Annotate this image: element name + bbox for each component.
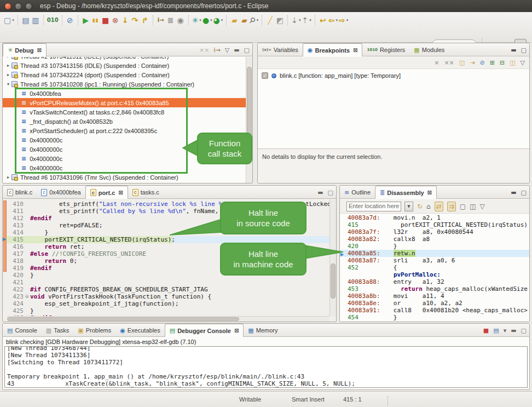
next-annotation-icon[interactable]: ⇣▾ <box>291 15 301 26</box>
close-icon[interactable]: ⊠ <box>37 47 41 53</box>
collapse-all-icon[interactable]: ⊟ <box>500 59 505 66</box>
window-close-button[interactable] <box>4 3 11 10</box>
maximize-icon[interactable]: ▢ <box>521 327 527 334</box>
console-tab-executables[interactable]: ◉Executables <box>115 324 165 337</box>
tab-disassembly[interactable]: ≣Disassembly⊠ <box>375 186 437 199</box>
location-dropdown-icon[interactable]: ▼ <box>404 202 413 211</box>
tab-modules[interactable]: ▦Modules <box>409 43 449 56</box>
thread-row[interactable]: ▸Thread #3 1073413156 (IDLE) (Suspended … <box>3 61 252 70</box>
editor-tab-blink-c[interactable]: cblink.c <box>3 186 37 199</box>
thread-row[interactable]: ▸Thread #2 1073411512 (IDLE) (Suspended … <box>3 57 252 61</box>
breakpoint-checkbox[interactable]: ✓ <box>262 72 268 79</box>
maximize-icon[interactable]: ▢ <box>521 189 527 196</box>
maximize-icon[interactable]: ▢ <box>244 47 250 54</box>
console-tab-problems[interactable]: ▣Problems <box>73 324 115 337</box>
view-menu-icon[interactable]: ▽ <box>225 47 229 54</box>
home-icon[interactable]: ⌂ <box>426 203 431 210</box>
debug-launch-icon[interactable]: ✳▾ <box>192 15 202 26</box>
debug-scrollbar[interactable] <box>246 57 252 183</box>
stack-frame-row[interactable]: ≡vTaskSwitchContext() at tasks.c:2,846 0… <box>3 107 252 117</box>
stack-frame-row[interactable]: ≡0x4000000c <box>3 163 252 173</box>
close-icon[interactable]: ⊠ <box>427 190 432 196</box>
view-menu-icon[interactable]: ▽ <box>480 203 485 210</box>
toggle-block-selection-icon[interactable]: ◩ <box>275 15 285 26</box>
sync-selection-icon[interactable]: ⇉ <box>447 202 456 211</box>
console-tab-memory[interactable]: ▦Memory <box>244 324 282 337</box>
show-debug-columns-icon[interactable]: ≣ <box>166 15 176 26</box>
run-launch-icon[interactable]: ●▾ <box>202 15 213 26</box>
instruction-stepping-icon[interactable]: i→ <box>213 47 220 54</box>
terminate-icon[interactable]: ■ <box>101 15 111 26</box>
link-with-debug-icon[interactable]: ◫ <box>510 59 515 66</box>
editor-hscrollbar[interactable] <box>7 316 329 322</box>
console-output[interactable]: [New Thread 1073468744][New Thread 10734… <box>4 346 528 388</box>
stack-frame-row[interactable]: ≡xPortStartScheduler() at port.c:222 0x4… <box>3 126 252 135</box>
previous-annotation-icon[interactable]: ⇡▾ <box>302 15 312 26</box>
console-tab-console[interactable]: ▤Console <box>3 324 42 337</box>
search-icon[interactable]: ⚲▾ <box>249 15 259 26</box>
terminate-icon[interactable]: ■ <box>483 327 489 334</box>
stack-frame-row[interactable]: ≡0x4000000c <box>3 145 252 154</box>
view-menu-icon[interactable]: ▽ <box>521 59 525 66</box>
suspend-icon[interactable]: ▮▮ <box>91 15 101 26</box>
minimize-icon[interactable]: ▬ <box>317 189 323 196</box>
minimize-icon[interactable]: ▬ <box>511 189 516 196</box>
step-return-icon[interactable]: ↱ <box>140 15 150 26</box>
console-tab-tasks[interactable]: ▥Tasks <box>42 324 74 337</box>
resume-icon[interactable]: ▶ <box>81 15 91 26</box>
last-edit-location-icon[interactable]: ↩ <box>318 15 328 26</box>
skip-all-breakpoints-icon[interactable]: ⊘ <box>65 15 75 26</box>
tab-debug[interactable]: ✳ Debug ⊠ <box>3 43 47 56</box>
open-console-icon[interactable]: ▤ <box>493 327 499 334</box>
skip-all-breakpoints-icon[interactable]: ⊘ <box>479 59 484 66</box>
disconnect-icon[interactable]: ⊗ <box>111 15 120 26</box>
editor-vscrollbar[interactable] <box>329 199 336 316</box>
breakpoint-row[interactable]: ✓ blink.c [function: app_main] [type: Te… <box>258 69 529 79</box>
open-console-menu[interactable]: ▾ <box>504 327 507 334</box>
stack-frame-row[interactable]: ≡vPortCPUReleaseMutex() at port.c:415 0x… <box>3 98 252 107</box>
minimize-icon[interactable]: ▬ <box>511 327 516 334</box>
view-memory-icon[interactable]: 010 <box>47 15 59 26</box>
pin-view-icon[interactable]: ◫ <box>470 203 476 210</box>
toggle-mark-occurrences-icon[interactable]: ╱ <box>265 15 275 26</box>
close-icon[interactable]: ⊠ <box>118 190 123 196</box>
step-into-icon[interactable]: ↓ <box>120 15 130 26</box>
stack-frame-row[interactable]: ≡_frxt_dispatch() at 0x4008532b <box>3 117 252 126</box>
trace-control-icon[interactable]: ◉ <box>176 15 186 26</box>
refresh-icon[interactable]: ↻ <box>417 203 423 210</box>
maximize-icon[interactable]: ▢ <box>521 47 527 54</box>
stack-frame-row[interactable]: ≡0x4000000c <box>3 154 252 163</box>
show-supported-breakpoints-icon[interactable]: ◫ <box>459 59 465 66</box>
show-source-icon[interactable]: ⇄ <box>435 202 443 211</box>
editor-body[interactable]: ▶ 410 ets_printf("Last non-recursive loc… <box>3 199 336 322</box>
window-minimize-button[interactable] <box>15 3 22 10</box>
remove-terminated-icon[interactable]: ×× <box>199 47 209 54</box>
stack-frame-row[interactable]: ≡0x4000000c <box>3 135 252 145</box>
stack-frame-row[interactable]: ≡0x4000bfea <box>3 89 252 98</box>
external-tools-icon[interactable]: ◕▾ <box>213 15 224 26</box>
editor-tab-port-c[interactable]: cport.c⊠ <box>85 186 128 199</box>
step-over-icon[interactable]: ↷ <box>130 15 140 26</box>
window-maximize-button[interactable] <box>25 3 32 10</box>
close-icon[interactable]: ⊠ <box>353 47 357 53</box>
remove-breakpoint-icon[interactable]: × <box>434 59 439 66</box>
thread-row[interactable]: ▸Thread #6 1073431096 (Tmr Svc) (Suspend… <box>3 173 252 182</box>
back-icon[interactable]: ⇦▾ <box>328 15 338 26</box>
thread-row[interactable]: ▾Thread #5 1073410208 (ipc1 : Running) (… <box>3 79 252 89</box>
console-tab-debugger-console[interactable]: ▤Debugger Console⊠ <box>165 324 244 337</box>
new-view-icon[interactable]: ▢ <box>460 203 466 210</box>
remove-all-breakpoints-icon[interactable]: ×× <box>444 59 454 66</box>
tab-outline[interactable]: ≡Outline <box>340 186 375 199</box>
editor-tab-tasks-c[interactable]: ctasks.c <box>128 186 164 199</box>
minimize-icon[interactable]: ▬ <box>511 47 516 54</box>
instruction-stepping-icon[interactable]: i→ <box>156 15 166 26</box>
save-all-icon[interactable]: ▥ <box>31 15 41 26</box>
tab-variables[interactable]: (x)=Variables <box>258 43 303 56</box>
minimize-icon[interactable]: ▬ <box>234 47 239 54</box>
maximize-icon[interactable]: ▢ <box>328 189 333 196</box>
close-icon[interactable]: ⊠ <box>234 328 239 334</box>
save-icon[interactable]: ▤ <box>21 15 31 26</box>
open-type-icon[interactable]: ▰ <box>229 15 239 26</box>
thread-row[interactable]: ▸Thread #4 1073432224 (dport) (Suspended… <box>3 70 252 79</box>
tab-registers[interactable]: 1010Registers <box>362 43 409 56</box>
